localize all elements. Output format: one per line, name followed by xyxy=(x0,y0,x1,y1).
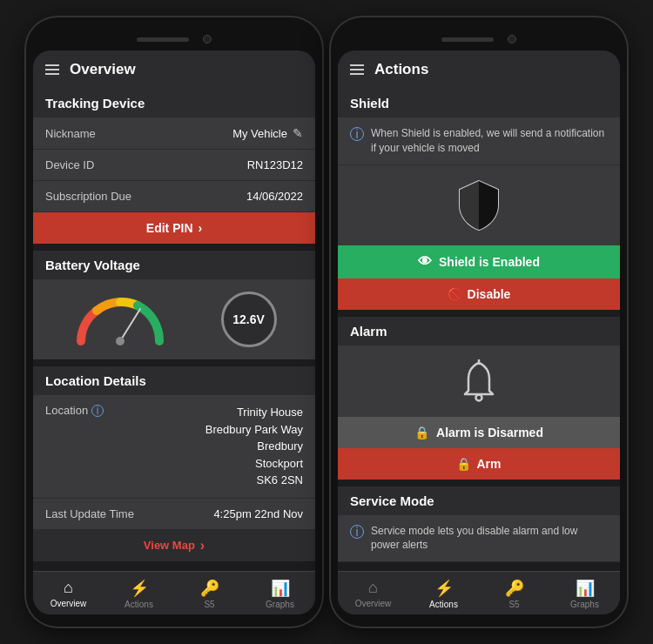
battery-value: 12.6V xyxy=(221,292,277,347)
battery-gauge xyxy=(72,293,168,345)
bolt-icon-left: ⚡ xyxy=(130,579,149,598)
bottom-nav-right: ⌂ Overview ⚡ Actions 🔑 S5 📊 Graphs xyxy=(338,571,620,614)
row-device-id: Device ID RN123D12 xyxy=(33,150,315,181)
page-title-left: Overview xyxy=(70,61,136,78)
row-subscription: Subscription Due 14/06/2022 xyxy=(33,181,315,212)
bottom-nav-left: ⌂ Overview ⚡ Actions 🔑 S5 📊 Graphs xyxy=(33,571,315,614)
content-left: Tracking Device Nickname My Vehicle ✎ De… xyxy=(33,89,315,571)
label-location: Location i xyxy=(45,404,104,417)
value-subscription: 14/06/2022 xyxy=(246,190,303,203)
header-left: Overview xyxy=(33,50,315,89)
nav-label-actions-left: Actions xyxy=(125,600,153,609)
shield-disable-button[interactable]: 🚫 Disable xyxy=(338,278,620,310)
nav-label-s5-left: S5 xyxy=(204,600,214,609)
location-card: Location i Trinity HouseBredbury Park Wa… xyxy=(33,395,315,561)
label-subscription: Subscription Due xyxy=(45,190,131,203)
alarm-disarmed-button[interactable]: 🔒 Alarm is Disarmed xyxy=(338,417,620,448)
nav-label-graphs-right: Graphs xyxy=(570,600,599,609)
graph-icon-left: 📊 xyxy=(271,579,290,598)
phone-right: Actions Shield i When Shield is enabled,… xyxy=(331,17,627,627)
edit-pin-button[interactable]: Edit PIN › xyxy=(33,212,315,244)
header-right: Actions xyxy=(338,50,620,89)
section-alarm: Alarm xyxy=(338,317,620,345)
shield-info-icon: i xyxy=(350,127,364,141)
key-icon-left: 🔑 xyxy=(200,579,219,598)
speaker-left xyxy=(137,37,189,42)
shield-info-box: i When Shield is enabled, we will send a… xyxy=(338,117,620,165)
service-mode-info-box: i Service mode lets you disable alarm an… xyxy=(338,515,620,563)
screen-right: Actions Shield i When Shield is enabled,… xyxy=(338,50,620,614)
row-location: Location i Trinity HouseBredbury Park Wa… xyxy=(33,395,315,499)
view-map-label: View Map xyxy=(144,539,195,552)
eye-icon: 👁 xyxy=(418,254,432,270)
page-title-right: Actions xyxy=(374,61,428,78)
nav-actions-right[interactable]: ⚡ Actions xyxy=(408,575,479,613)
phone-left: Overview Tracking Device Nickname My Veh… xyxy=(26,17,322,627)
home-icon-right: ⌂ xyxy=(368,579,378,597)
nav-label-s5-right: S5 xyxy=(508,600,519,609)
key-icon-right: 🔑 xyxy=(505,579,524,598)
arm-button[interactable]: 🔒 Arm xyxy=(338,448,620,480)
label-device-id: Device ID xyxy=(45,158,94,171)
nav-graphs-right[interactable]: 📊 Graphs xyxy=(549,575,620,613)
alarm-icon-container xyxy=(338,345,620,417)
shield-icon-container xyxy=(338,165,620,245)
section-tracking-device: Tracking Device xyxy=(33,89,315,117)
section-location-details: Location Details xyxy=(33,366,315,395)
row-nickname: Nickname My Vehicle ✎ xyxy=(33,117,315,150)
edit-icon[interactable]: ✎ xyxy=(293,126,303,140)
nav-graphs-left[interactable]: 📊 Graphs xyxy=(245,575,315,613)
value-nickname: My Vehicle xyxy=(232,127,287,140)
value-location: Trinity HouseBredbury Park WayBredburySt… xyxy=(205,404,303,489)
speaker-right xyxy=(441,37,494,42)
view-map-chevron: › xyxy=(200,538,205,553)
shield-enabled-button[interactable]: 👁 Shield is Enabled xyxy=(338,245,620,278)
section-service-mode: Service Mode xyxy=(338,486,620,515)
shield-disable-label: Disable xyxy=(468,287,511,301)
value-last-update: 4:25pm 22nd Nov xyxy=(213,507,303,520)
alarm-disarmed-label: Alarm is Disarmed xyxy=(436,426,543,439)
phone-top-left xyxy=(33,30,315,49)
camera-left xyxy=(203,35,212,44)
service-info-icon: i xyxy=(350,525,364,539)
lock-icon-arm: 🔒 xyxy=(456,457,471,471)
label-nickname: Nickname xyxy=(45,127,96,140)
shield-info-text: When Shield is enabled, we will send a n… xyxy=(371,126,608,156)
hamburger-icon-right[interactable] xyxy=(350,64,364,75)
nav-s5-right[interactable]: 🔑 S5 xyxy=(479,575,549,613)
nav-s5-left[interactable]: 🔑 S5 xyxy=(174,575,245,613)
nav-label-actions-right: Actions xyxy=(429,600,458,609)
section-battery-voltage: Battery Voltage xyxy=(33,251,315,279)
tracking-device-card: Nickname My Vehicle ✎ Device ID RN123D12… xyxy=(33,117,315,244)
shield-icon xyxy=(456,179,502,231)
nav-label-overview-right: Overview xyxy=(355,599,392,608)
nav-label-overview-left: Overview xyxy=(50,599,87,608)
value-device-id: RN123D12 xyxy=(247,158,303,171)
edit-pin-label: Edit PIN xyxy=(146,221,193,235)
phone-top-right xyxy=(338,30,620,49)
shield-enabled-label: Shield is Enabled xyxy=(439,255,540,269)
screen-left: Overview Tracking Device Nickname My Veh… xyxy=(33,50,315,614)
view-map-button[interactable]: View Map › xyxy=(33,530,315,561)
camera-right xyxy=(508,35,516,44)
service-info-text: Service mode lets you disable alarm and … xyxy=(371,524,608,553)
section-shield: Shield xyxy=(338,89,620,117)
bolt-icon-right: ⚡ xyxy=(434,579,454,598)
edit-pin-chevron: › xyxy=(199,221,203,235)
nav-label-graphs-left: Graphs xyxy=(266,600,294,609)
svg-point-1 xyxy=(116,337,125,345)
graph-icon-right: 📊 xyxy=(576,579,595,598)
nav-overview-right[interactable]: ⌂ Overview xyxy=(338,575,408,613)
arm-label: Arm xyxy=(476,457,501,471)
location-info-icon: i xyxy=(91,405,104,417)
hamburger-icon-left[interactable] xyxy=(45,64,59,75)
svg-point-2 xyxy=(476,394,482,400)
eye-slash-icon: 🚫 xyxy=(448,287,462,301)
alarm-bell-icon xyxy=(460,359,498,403)
home-icon-left: ⌂ xyxy=(64,579,73,597)
lock-icon-disarmed: 🔒 xyxy=(414,426,429,439)
nav-overview-left[interactable]: ⌂ Overview xyxy=(33,575,104,613)
battery-card: 12.6V xyxy=(33,279,315,359)
svg-line-0 xyxy=(120,309,140,341)
nav-actions-left[interactable]: ⚡ Actions xyxy=(104,575,174,613)
